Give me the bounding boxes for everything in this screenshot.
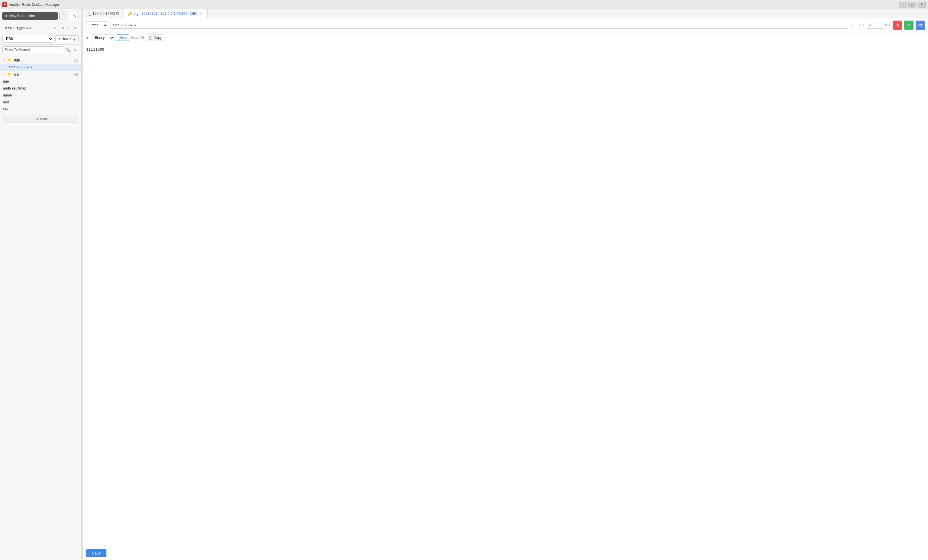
sidebar: New Connection ☰ ⏱ 127.0.0.1@6379 ⌂ >_ ↻… <box>0 9 81 560</box>
tab-key-view[interactable]: 🔑 sign:20230707 | 127.0.0.1@6379 | DB0 ✕ <box>124 9 208 18</box>
sidebar-header: New Connection ☰ ⏱ <box>0 9 81 23</box>
list-view-button[interactable]: ⊟ <box>73 47 79 53</box>
ttl-input[interactable] <box>866 22 883 29</box>
new-key-button[interactable]: + New Key <box>55 35 79 42</box>
connection-info: 127.0.0.1@6379 ⌂ >_ ↻ ⊞ ▲ <box>0 23 81 33</box>
key-group-test: › 📁 test (3) <box>0 71 81 78</box>
folder-icon: 📁 <box>7 58 12 62</box>
ttl-clear-button[interactable]: ✕ <box>884 23 887 27</box>
connection-actions: ⌂ >_ ↻ ⊞ ▲ <box>48 25 78 31</box>
value-editor[interactable]: 11111000 <box>82 43 928 546</box>
code-icon: </> <box>917 23 923 27</box>
key-item-name[interactable]: name <box>0 92 81 99</box>
app-icon: R <box>2 2 7 7</box>
key-type-selector[interactable]: StringListSet ZSetHashStream <box>85 21 108 29</box>
refresh-icon: ↻ <box>907 23 911 27</box>
save-bar: Save <box>82 546 928 560</box>
maximize-button[interactable]: □ <box>908 2 916 8</box>
code-button[interactable]: </> <box>916 21 925 30</box>
key-group-sign-name: sign <box>13 58 20 62</box>
home-button[interactable]: ⌂ <box>48 25 52 31</box>
app-body: New Connection ☰ ⏱ 127.0.0.1@6379 ⌂ >_ ↻… <box>0 9 928 560</box>
key-item-sign20230707[interactable]: sign:20230707 <box>0 64 81 71</box>
refresh-connection-button[interactable]: ↻ <box>60 25 65 31</box>
titlebar-left: R Another Redis Desktop Manager <box>2 2 59 7</box>
copy-icon: 📋 <box>148 36 153 40</box>
load-more-button[interactable]: load more <box>3 115 78 123</box>
tabs-bar: >_ 127.0.0.1@6379 🔑 sign:20230707 | 127.… <box>82 9 928 18</box>
key-item-andresultmap[interactable]: andResultMap <box>0 85 81 92</box>
key-name-input[interactable] <box>110 22 848 29</box>
key-group-sign-count: (1) <box>74 58 78 62</box>
tab-close-button[interactable]: ✕ <box>199 12 203 15</box>
titlebar: R Another Redis Desktop Manager − □ ✕ <box>0 0 928 9</box>
key-group-sign-header[interactable]: ▾ 📁 sign (1) <box>0 56 81 64</box>
key-group-sign: ▾ 📁 sign (1) sign:20230707 <box>0 56 81 71</box>
grid-view-button[interactable]: ⊞ <box>66 25 71 31</box>
refresh-key-button[interactable]: ↻ <box>904 21 914 30</box>
copy-button[interactable]: 📋 Copy <box>146 35 165 41</box>
save-button[interactable]: Save <box>86 549 107 557</box>
key-list: ▾ 📁 sign (1) sign:20230707 › 📁 test (3) … <box>0 55 81 560</box>
terminal-tab-icon: >_ <box>87 12 91 16</box>
copy-label: Copy <box>154 36 162 40</box>
titlebar-controls: − □ ✕ <box>899 2 926 8</box>
ttl-label: TTL <box>859 23 865 27</box>
size-label: Size: 1B <box>131 36 144 40</box>
key-group-test-count: (3) <box>74 73 78 76</box>
browser-view-button[interactable]: ☰ <box>60 12 68 20</box>
chevron-down-icon: ▾ <box>3 58 6 62</box>
connection-dot-icon <box>5 15 8 17</box>
db-selector[interactable]: DB0DB1DB2DB3 DB4DB5DB6DB7 DB8DB9 <box>2 35 53 43</box>
chevron-right-icon: › <box>3 73 6 76</box>
formatter-icon: ▲ <box>85 36 89 40</box>
main-content: >_ 127.0.0.1@6379 🔑 sign:20230707 | 127.… <box>82 9 928 560</box>
settings-icon: ⏱ <box>72 14 76 18</box>
value-content: 11111000 <box>86 47 104 52</box>
trash-icon: 🗑 <box>895 23 899 27</box>
folder-icon: 📁 <box>7 72 12 76</box>
search-input[interactable] <box>2 46 63 53</box>
hex-button[interactable]: [Hex] <box>116 35 129 41</box>
tab-key-view-label: sign:20230707 | 127.0.0.1@6379 | DB0 <box>134 12 197 16</box>
new-connection-label: New Connection <box>9 14 35 18</box>
tab-terminal[interactable]: >_ 127.0.0.1@6379 <box>82 9 124 18</box>
key-tab-icon: 🔑 <box>128 12 132 16</box>
delete-key-button[interactable]: 🗑 <box>893 21 902 30</box>
tab-terminal-label: 127.0.0.1@6379 <box>93 12 119 16</box>
browser-icon: ☰ <box>62 14 66 18</box>
titlebar-title: Another Redis Desktop Manager <box>9 3 59 7</box>
ttl-dropdown-button[interactable]: ▾ <box>888 23 890 27</box>
key-name-confirm-button[interactable]: ✓ <box>850 22 856 28</box>
search-bar: 🔍 ⊟ <box>0 45 81 55</box>
key-header: StringListSet ZSetHashStream ✓ TTL ✕ ▾ 🗑… <box>82 18 928 32</box>
key-item-rest[interactable]: rest <box>0 99 81 106</box>
key-group-test-header[interactable]: › 📁 test (3) <box>0 71 81 78</box>
value-format-selector[interactable]: BinaryTextJSONHex <box>91 34 114 41</box>
minimize-button[interactable]: − <box>899 2 907 8</box>
collapse-button[interactable]: ▲ <box>72 25 78 31</box>
key-item-sex[interactable]: sex <box>0 106 81 113</box>
connection-name: 127.0.0.1@6379 <box>3 26 31 30</box>
ttl-section: TTL ✕ ▾ <box>859 22 890 29</box>
value-toolbar: ▲ BinaryTextJSONHex [Hex] Size: 1B 📋 Cop… <box>82 32 928 43</box>
key-item-age[interactable]: age <box>0 78 81 85</box>
new-connection-button[interactable]: New Connection <box>2 12 58 20</box>
key-group-test-name: test <box>13 72 19 76</box>
close-button[interactable]: ✕ <box>917 2 926 8</box>
search-button[interactable]: 🔍 <box>64 47 72 53</box>
terminal-button[interactable]: >_ <box>53 25 59 31</box>
db-bar: DB0DB1DB2DB3 DB4DB5DB6DB7 DB8DB9 + New K… <box>0 33 81 45</box>
settings-button[interactable]: ⏱ <box>70 12 79 20</box>
